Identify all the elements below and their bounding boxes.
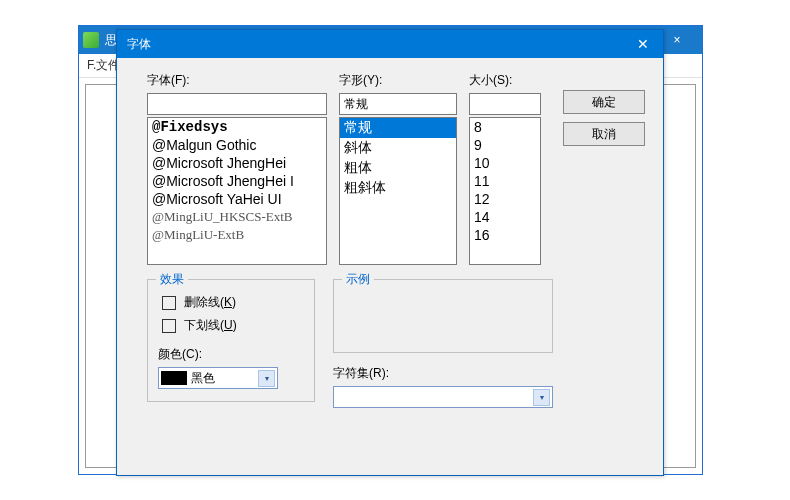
underline-checkbox[interactable] [162, 319, 176, 333]
style-column: 字形(Y): 常规 斜体 粗体 粗斜体 [339, 72, 457, 265]
list-item[interactable]: @Fixedsys [148, 118, 326, 136]
chevron-down-icon[interactable]: ▾ [258, 370, 275, 387]
strikeout-row[interactable]: 删除线(K) [162, 294, 304, 311]
color-combobox[interactable]: 黑色 ▾ [158, 367, 278, 389]
list-item[interactable]: @Microsoft JhengHei [148, 154, 326, 172]
list-item[interactable]: 8 [470, 118, 540, 136]
underline-label: 下划线(U) [184, 317, 237, 334]
effects-legend: 效果 [156, 271, 188, 288]
strikeout-label: 删除线(K) [184, 294, 236, 311]
app-icon [83, 32, 99, 48]
cancel-button[interactable]: 取消 [563, 122, 645, 146]
charset-combobox[interactable]: ▾ [333, 386, 553, 408]
strikeout-checkbox[interactable] [162, 296, 176, 310]
dialog-titlebar: 字体 ✕ [117, 30, 663, 58]
list-item[interactable]: 12 [470, 190, 540, 208]
font-column: 字体(F): @Fixedsys @Malgun Gothic @Microso… [147, 72, 327, 265]
sample-charset-area: 示例 字符集(R): ▾ [333, 279, 553, 408]
top-row: 字体(F): @Fixedsys @Malgun Gothic @Microso… [147, 72, 645, 265]
font-input[interactable] [147, 93, 327, 115]
list-item[interactable]: @Malgun Gothic [148, 136, 326, 154]
style-label: 字形(Y): [339, 72, 457, 89]
size-listbox[interactable]: 8 9 10 11 12 14 16 [469, 117, 541, 265]
list-item[interactable]: 9 [470, 136, 540, 154]
size-column: 大小(S): 8 9 10 11 12 14 16 [469, 72, 541, 265]
sample-fieldset: 示例 [333, 279, 553, 353]
ok-button[interactable]: 确定 [563, 90, 645, 114]
list-item[interactable]: 粗体 [340, 158, 456, 178]
list-item[interactable]: 11 [470, 172, 540, 190]
font-listbox[interactable]: @Fixedsys @Malgun Gothic @Microsoft Jhen… [147, 117, 327, 265]
font-label: 字体(F): [147, 72, 327, 89]
chevron-down-icon[interactable]: ▾ [533, 389, 550, 406]
color-value: 黑色 [191, 370, 215, 387]
list-item[interactable]: 斜体 [340, 138, 456, 158]
dialog-title: 字体 [127, 36, 151, 53]
dialog-body: 字体(F): @Fixedsys @Malgun Gothic @Microso… [117, 58, 663, 422]
size-label: 大小(S): [469, 72, 541, 89]
size-input[interactable] [469, 93, 541, 115]
button-column: 确定 取消 [563, 72, 645, 265]
charset-row: 字符集(R): ▾ [333, 365, 553, 408]
close-button[interactable]: ✕ [623, 30, 663, 58]
color-label: 颜色(C): [158, 346, 304, 363]
charset-label: 字符集(R): [333, 365, 553, 382]
list-item[interactable]: @MingLiU-ExtB [148, 226, 326, 244]
mid-row: 效果 删除线(K) 下划线(U) 颜色(C): 黑色 [147, 279, 645, 408]
list-item[interactable]: 10 [470, 154, 540, 172]
underline-row[interactable]: 下划线(U) [162, 317, 304, 334]
effects-area: 效果 删除线(K) 下划线(U) 颜色(C): 黑色 [147, 279, 315, 408]
list-item[interactable]: 粗斜体 [340, 178, 456, 198]
list-item[interactable]: 常规 [340, 118, 456, 138]
style-listbox[interactable]: 常规 斜体 粗体 粗斜体 [339, 117, 457, 265]
style-input[interactable] [339, 93, 457, 115]
list-item[interactable]: @Microsoft JhengHei I [148, 172, 326, 190]
list-item[interactable]: @MingLiU_HKSCS-ExtB [148, 208, 326, 226]
list-item[interactable]: 14 [470, 208, 540, 226]
color-row: 颜色(C): 黑色 ▾ [158, 346, 304, 389]
font-dialog: 字体 ✕ 字体(F): @Fixedsys @Malgun Gothic @Mi… [116, 29, 664, 476]
color-swatch [161, 371, 187, 385]
effects-fieldset: 效果 删除线(K) 下划线(U) 颜色(C): 黑色 [147, 279, 315, 402]
sample-legend: 示例 [342, 271, 374, 288]
list-item[interactable]: 16 [470, 226, 540, 244]
list-item[interactable]: @Microsoft YaHei UI [148, 190, 326, 208]
